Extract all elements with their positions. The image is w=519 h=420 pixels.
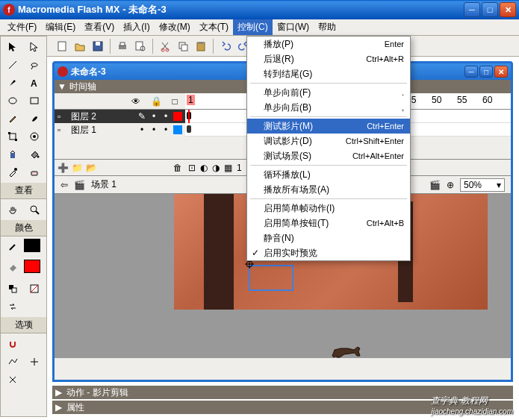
menu-mute[interactable]: 静音(N) xyxy=(247,231,410,245)
properties-label: 属性 xyxy=(66,401,84,414)
menu-test-scene[interactable]: 测试场景(S)Ctrl+Alt+Enter xyxy=(247,148,410,163)
menu-text[interactable]: 文本(T) xyxy=(195,19,233,35)
svg-point-23 xyxy=(37,156,39,158)
maximize-button[interactable]: □ xyxy=(482,2,498,17)
menu-file[interactable]: 文件(F) xyxy=(3,19,41,35)
undo-button[interactable] xyxy=(217,38,234,54)
menu-simple-frame-actions[interactable]: 启用简单帧动作(I) xyxy=(247,201,410,216)
watermark: 查字典 教程网 jiaocheng.chazidian.com xyxy=(431,394,513,416)
stroke-swatch[interactable] xyxy=(24,239,40,252)
transform-tool[interactable] xyxy=(3,128,22,145)
doc-maximize-button[interactable]: □ xyxy=(479,66,493,78)
option-4[interactable] xyxy=(25,354,44,370)
zoom-input[interactable]: 50%▾ xyxy=(460,178,505,192)
menu-simple-buttons[interactable]: 启用简单按钮(T)Ctrl+Alt+B xyxy=(247,216,410,231)
color-section-label: 颜色 xyxy=(1,220,46,236)
save-button[interactable] xyxy=(90,38,106,54)
layer-color[interactable] xyxy=(173,112,182,121)
snap-option[interactable] xyxy=(3,336,22,352)
center-frame-button[interactable]: ⊡ xyxy=(188,163,196,173)
svg-text:A: A xyxy=(31,78,37,88)
menu-edit[interactable]: 编辑(E) xyxy=(41,19,80,35)
lock-icon[interactable]: 🔒 xyxy=(151,96,160,107)
default-colors-button[interactable] xyxy=(3,280,22,297)
eye-icon[interactable]: 👁 xyxy=(131,96,140,107)
layer-row-1[interactable]: ▫ 图层 2 ✎ • • xyxy=(55,110,185,123)
brush-tool[interactable] xyxy=(25,110,44,127)
ink-bottle-tool[interactable] xyxy=(3,146,22,163)
scene-icon: 🎬 xyxy=(74,180,85,190)
menu-loop[interactable]: 循环播放(L) xyxy=(247,167,410,182)
subselection-tool[interactable] xyxy=(25,39,44,55)
preview-button[interactable] xyxy=(132,38,149,54)
menu-rewind[interactable]: 后退(R)Ctrl+Alt+R xyxy=(247,51,410,66)
onion-skin-button[interactable]: ◐ xyxy=(200,163,208,173)
text-tool[interactable]: A xyxy=(25,75,44,91)
check-icon: ✓ xyxy=(252,248,259,258)
menu-goto-end[interactable]: 转到结尾(G) xyxy=(247,66,410,81)
edit-scene-button[interactable]: 🎬 xyxy=(429,180,441,190)
menu-help[interactable]: 帮助 xyxy=(314,19,341,35)
option-5[interactable] xyxy=(3,372,22,388)
copy-button[interactable] xyxy=(175,38,191,54)
no-color-button[interactable] xyxy=(25,280,44,297)
menu-control[interactable]: 控制(C) xyxy=(233,19,273,35)
edit-symbol-button[interactable]: ⊕ xyxy=(447,180,454,190)
zoom-tool[interactable] xyxy=(25,201,44,218)
svg-rect-22 xyxy=(10,153,15,158)
add-folder-button[interactable]: 📂 xyxy=(86,163,97,173)
menu-play[interactable]: 播放(P)Enter xyxy=(247,37,410,51)
new-button[interactable] xyxy=(54,38,70,54)
menu-insert[interactable]: 插入(I) xyxy=(119,19,154,35)
pencil-tool[interactable] xyxy=(3,110,22,127)
cut-button[interactable] xyxy=(157,38,173,54)
selection-box[interactable] xyxy=(249,265,293,291)
eyedropper-tool[interactable] xyxy=(3,164,22,181)
delete-layer-button[interactable]: 🗑 xyxy=(173,163,182,173)
menu-debug-movie[interactable]: 调试影片(D)Ctrl+Shift+Enter xyxy=(247,134,410,148)
menu-window[interactable]: 窗口(W) xyxy=(273,19,314,35)
add-layer-button[interactable]: ➕ xyxy=(58,163,69,173)
layer-icon: ▫ xyxy=(58,125,68,135)
dog-symbol[interactable] xyxy=(329,341,366,358)
add-guide-button[interactable]: 📁 xyxy=(72,163,83,173)
paste-button[interactable] xyxy=(193,38,209,54)
menu-step-back[interactable]: 单步向后(B), xyxy=(247,100,410,115)
oval-tool[interactable] xyxy=(3,93,22,109)
minimize-button[interactable]: ─ xyxy=(464,2,480,17)
layer-row-2[interactable]: ▫ 图层 1 • • • xyxy=(55,123,185,137)
svg-rect-12 xyxy=(199,42,203,44)
outline-icon[interactable]: □ xyxy=(170,96,179,107)
doc-minimize-button[interactable]: ─ xyxy=(464,66,478,78)
pen-tool[interactable] xyxy=(3,75,22,91)
straighten-option[interactable] xyxy=(3,354,22,370)
fill-transform-tool[interactable] xyxy=(25,128,44,145)
menu-play-all-scenes[interactable]: 播放所有场景(A) xyxy=(247,182,410,197)
paint-bucket-tool[interactable] xyxy=(25,146,44,163)
smooth-option[interactable] xyxy=(25,336,44,352)
menu-step-forward[interactable]: 单步向前(F). xyxy=(247,85,410,100)
onion-outline-button[interactable]: ◑ xyxy=(212,163,220,173)
doc-close-button[interactable]: ✕ xyxy=(494,66,508,78)
hand-tool[interactable] xyxy=(3,201,22,218)
tool-panel: A 查看 颜色 选项 xyxy=(0,36,47,417)
line-tool[interactable] xyxy=(3,57,22,73)
menu-live-preview[interactable]: ✓启用实时预览 xyxy=(247,245,410,260)
print-button[interactable] xyxy=(114,38,131,54)
layer-color[interactable] xyxy=(173,125,182,134)
layer-footer: ➕ 📁 📂 🗑 xyxy=(55,159,185,175)
rectangle-tool[interactable] xyxy=(25,93,44,109)
menu-test-movie[interactable]: 测试影片(M)Ctrl+Enter xyxy=(247,119,410,134)
back-arrow-icon[interactable]: ⇦ xyxy=(60,180,68,190)
lasso-tool[interactable] xyxy=(25,57,44,73)
current-frame: 1 xyxy=(237,163,242,173)
fill-swatch[interactable] xyxy=(24,260,40,273)
menu-modify[interactable]: 修改(M) xyxy=(155,19,195,35)
edit-multiple-button[interactable]: ▦ xyxy=(224,163,232,173)
close-button[interactable]: ✕ xyxy=(500,2,516,17)
open-button[interactable] xyxy=(72,38,88,54)
swap-colors-button[interactable] xyxy=(3,298,22,315)
menu-view[interactable]: 查看(V) xyxy=(80,19,119,35)
selection-tool[interactable] xyxy=(3,39,22,55)
eraser-tool[interactable] xyxy=(25,164,44,181)
